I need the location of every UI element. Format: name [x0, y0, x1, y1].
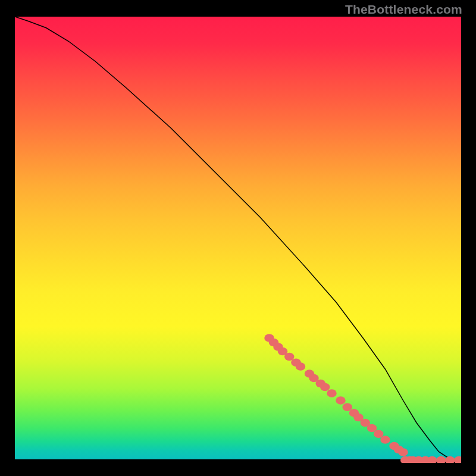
data-points	[264, 334, 461, 463]
data-point	[296, 362, 306, 371]
data-point	[454, 456, 461, 463]
plot-area	[15, 17, 461, 459]
data-point	[320, 383, 330, 392]
data-point	[336, 396, 346, 405]
bottleneck-curve	[15, 17, 461, 461]
data-point	[398, 448, 408, 456]
chart-stage: TheBottleneck.com	[0, 0, 476, 476]
data-point	[436, 456, 446, 463]
watermark-text: TheBottleneck.com	[345, 2, 462, 17]
chart-overlay	[15, 17, 461, 463]
data-point	[427, 456, 437, 463]
data-point	[327, 389, 337, 397]
data-point	[380, 436, 390, 444]
